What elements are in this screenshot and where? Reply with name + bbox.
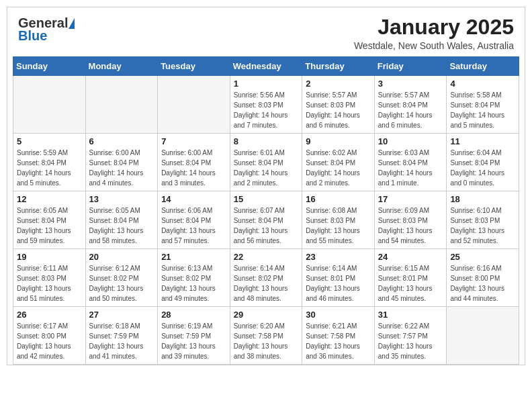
day-info: Sunrise: 6:05 AM Sunset: 8:04 PM Dayligh… <box>17 205 82 246</box>
empty-cell <box>85 76 158 134</box>
day-cell-24: 24Sunrise: 6:15 AM Sunset: 8:01 PM Dayli… <box>374 249 447 307</box>
day-cell-20: 20Sunrise: 6:12 AM Sunset: 8:02 PM Dayli… <box>85 249 158 307</box>
day-number: 2 <box>306 79 371 89</box>
day-cell-6: 6Sunrise: 6:00 AM Sunset: 8:04 PM Daylig… <box>85 134 158 191</box>
day-cell-25: 25Sunrise: 6:16 AM Sunset: 8:00 PM Dayli… <box>447 249 519 307</box>
day-number: 17 <box>378 194 443 204</box>
day-info: Sunrise: 6:01 AM Sunset: 8:04 PM Dayligh… <box>234 148 299 188</box>
calendar-page: General Blue January 2025 Westdale, New … <box>7 7 525 365</box>
empty-cell <box>158 76 230 134</box>
day-number: 20 <box>89 252 154 262</box>
day-info: Sunrise: 6:18 AM Sunset: 7:59 PM Dayligh… <box>89 321 154 361</box>
logo-blue-text: Blue <box>18 28 47 44</box>
day-info: Sunrise: 6:06 AM Sunset: 8:04 PM Dayligh… <box>161 205 226 246</box>
day-cell-3: 3Sunrise: 5:57 AM Sunset: 8:04 PM Daylig… <box>374 76 447 134</box>
day-number: 9 <box>306 136 371 146</box>
day-cell-1: 1Sunrise: 5:56 AM Sunset: 8:03 PM Daylig… <box>230 76 302 134</box>
day-cell-11: 11Sunrise: 6:04 AM Sunset: 8:04 PM Dayli… <box>447 134 519 191</box>
day-number: 30 <box>306 310 371 320</box>
day-number: 19 <box>17 252 82 262</box>
day-number: 6 <box>89 136 154 146</box>
day-number: 23 <box>306 252 371 262</box>
day-cell-28: 28Sunrise: 6:19 AM Sunset: 7:59 PM Dayli… <box>158 307 230 365</box>
day-cell-21: 21Sunrise: 6:13 AM Sunset: 8:02 PM Dayli… <box>158 249 230 307</box>
day-number: 28 <box>161 310 226 320</box>
day-cell-8: 8Sunrise: 6:01 AM Sunset: 8:04 PM Daylig… <box>230 134 302 191</box>
day-number: 27 <box>89 310 154 320</box>
day-header-monday: Monday <box>85 57 158 76</box>
day-number: 10 <box>378 136 443 146</box>
day-cell-14: 14Sunrise: 6:06 AM Sunset: 8:04 PM Dayli… <box>158 191 230 249</box>
day-header-saturday: Saturday <box>447 57 519 76</box>
day-info: Sunrise: 6:05 AM Sunset: 8:04 PM Dayligh… <box>89 205 154 246</box>
header-right: January 2025 Westdale, New South Wales, … <box>354 15 514 51</box>
day-info: Sunrise: 6:00 AM Sunset: 8:04 PM Dayligh… <box>161 148 226 188</box>
day-cell-7: 7Sunrise: 6:00 AM Sunset: 8:04 PM Daylig… <box>158 134 230 191</box>
day-number: 25 <box>450 252 515 262</box>
day-cell-4: 4Sunrise: 5:58 AM Sunset: 8:04 PM Daylig… <box>447 76 519 134</box>
day-cell-18: 18Sunrise: 6:10 AM Sunset: 8:03 PM Dayli… <box>447 191 519 249</box>
day-cell-30: 30Sunrise: 6:21 AM Sunset: 7:58 PM Dayli… <box>302 307 375 365</box>
day-cell-29: 29Sunrise: 6:20 AM Sunset: 7:58 PM Dayli… <box>230 307 302 365</box>
day-info: Sunrise: 6:17 AM Sunset: 8:00 PM Dayligh… <box>17 321 82 361</box>
day-info: Sunrise: 6:20 AM Sunset: 7:58 PM Dayligh… <box>234 321 299 361</box>
day-info: Sunrise: 6:02 AM Sunset: 8:04 PM Dayligh… <box>306 148 371 188</box>
day-number: 18 <box>450 194 515 204</box>
day-info: Sunrise: 6:10 AM Sunset: 8:03 PM Dayligh… <box>450 205 515 246</box>
day-header-friday: Friday <box>374 57 447 76</box>
day-info: Sunrise: 6:11 AM Sunset: 8:03 PM Dayligh… <box>17 263 82 304</box>
day-number: 4 <box>450 79 515 89</box>
day-info: Sunrise: 6:16 AM Sunset: 8:00 PM Dayligh… <box>450 263 515 304</box>
day-info: Sunrise: 6:15 AM Sunset: 8:01 PM Dayligh… <box>378 263 443 304</box>
day-number: 16 <box>306 194 371 204</box>
day-number: 12 <box>17 194 82 204</box>
week-row-2: 5Sunrise: 5:59 AM Sunset: 8:04 PM Daylig… <box>13 134 519 191</box>
day-cell-16: 16Sunrise: 6:08 AM Sunset: 8:03 PM Dayli… <box>302 191 375 249</box>
day-info: Sunrise: 6:03 AM Sunset: 8:04 PM Dayligh… <box>378 148 443 188</box>
logo-icon <box>69 18 75 29</box>
logo: General Blue <box>18 15 75 44</box>
day-info: Sunrise: 6:22 AM Sunset: 7:57 PM Dayligh… <box>378 321 443 361</box>
day-header-thursday: Thursday <box>302 57 375 76</box>
day-number: 7 <box>161 136 226 146</box>
day-info: Sunrise: 5:58 AM Sunset: 8:04 PM Dayligh… <box>450 90 515 130</box>
day-number: 3 <box>378 79 443 89</box>
day-number: 15 <box>234 194 299 204</box>
day-cell-31: 31Sunrise: 6:22 AM Sunset: 7:57 PM Dayli… <box>374 307 447 365</box>
day-info: Sunrise: 6:00 AM Sunset: 8:04 PM Dayligh… <box>89 148 154 188</box>
day-cell-27: 27Sunrise: 6:18 AM Sunset: 7:59 PM Dayli… <box>85 307 158 365</box>
day-cell-10: 10Sunrise: 6:03 AM Sunset: 8:04 PM Dayli… <box>374 134 447 191</box>
day-number: 14 <box>161 194 226 204</box>
day-cell-13: 13Sunrise: 6:05 AM Sunset: 8:04 PM Dayli… <box>85 191 158 249</box>
day-info: Sunrise: 6:21 AM Sunset: 7:58 PM Dayligh… <box>306 321 371 361</box>
day-info: Sunrise: 6:09 AM Sunset: 8:03 PM Dayligh… <box>378 205 443 246</box>
month-title: January 2025 <box>354 15 514 39</box>
day-info: Sunrise: 5:59 AM Sunset: 8:04 PM Dayligh… <box>17 148 82 188</box>
day-headers-row: SundayMondayTuesdayWednesdayThursdayFrid… <box>13 57 519 76</box>
day-header-tuesday: Tuesday <box>158 57 230 76</box>
empty-cell <box>13 76 86 134</box>
day-cell-9: 9Sunrise: 6:02 AM Sunset: 8:04 PM Daylig… <box>302 134 375 191</box>
day-number: 21 <box>161 252 226 262</box>
day-cell-23: 23Sunrise: 6:14 AM Sunset: 8:01 PM Dayli… <box>302 249 375 307</box>
week-row-1: 1Sunrise: 5:56 AM Sunset: 8:03 PM Daylig… <box>13 76 519 134</box>
day-info: Sunrise: 5:57 AM Sunset: 8:04 PM Dayligh… <box>378 90 443 130</box>
week-row-3: 12Sunrise: 6:05 AM Sunset: 8:04 PM Dayli… <box>13 191 519 249</box>
day-number: 26 <box>17 310 82 320</box>
day-number: 29 <box>234 310 299 320</box>
day-number: 31 <box>378 310 443 320</box>
location: Westdale, New South Wales, Australia <box>354 40 514 51</box>
header: General Blue January 2025 Westdale, New … <box>7 7 525 56</box>
day-info: Sunrise: 6:14 AM Sunset: 8:01 PM Dayligh… <box>306 263 371 304</box>
day-number: 1 <box>234 79 299 89</box>
day-info: Sunrise: 5:56 AM Sunset: 8:03 PM Dayligh… <box>234 90 299 130</box>
day-cell-5: 5Sunrise: 5:59 AM Sunset: 8:04 PM Daylig… <box>13 134 86 191</box>
day-number: 22 <box>234 252 299 262</box>
empty-cell <box>447 307 519 365</box>
day-number: 5 <box>17 136 82 146</box>
day-info: Sunrise: 6:19 AM Sunset: 7:59 PM Dayligh… <box>161 321 226 361</box>
day-cell-26: 26Sunrise: 6:17 AM Sunset: 8:00 PM Dayli… <box>13 307 86 365</box>
day-cell-17: 17Sunrise: 6:09 AM Sunset: 8:03 PM Dayli… <box>374 191 447 249</box>
day-info: Sunrise: 6:08 AM Sunset: 8:03 PM Dayligh… <box>306 205 371 246</box>
day-header-sunday: Sunday <box>13 57 86 76</box>
